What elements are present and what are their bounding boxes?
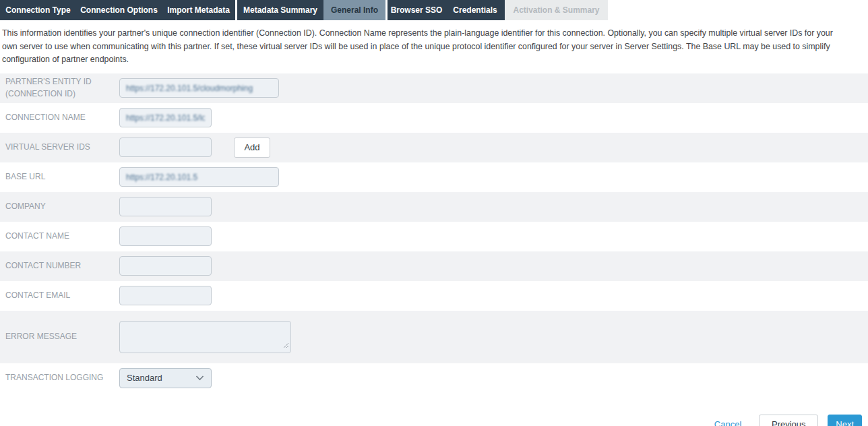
field-label: CONTACT NUMBER bbox=[0, 260, 119, 272]
field-label: CONNECTION NAME bbox=[0, 112, 119, 123]
transaction-logging-select[interactable]: Standard bbox=[119, 368, 212, 388]
redacted-value: https://172.20.101.5 bbox=[126, 173, 197, 182]
partner-entity-id-input[interactable]: https://172.20.101.5/cloudmorphing bbox=[119, 78, 279, 98]
company-input[interactable] bbox=[119, 197, 212, 216]
field-label: BASE URL bbox=[0, 171, 119, 183]
page-description: This information identifies your partner… bbox=[0, 20, 868, 73]
row-contact-name: CONTACT NAME bbox=[0, 222, 868, 251]
tab-connection-type[interactable]: Connection Type bbox=[0, 0, 76, 20]
redacted-value: https://172.20.101.5/local bbox=[126, 113, 205, 123]
row-virtual-server-ids: VIRTUAL SERVER IDS Add bbox=[0, 133, 868, 162]
connection-name-input[interactable]: https://172.20.101.5/local bbox=[119, 108, 212, 127]
row-contact-number: CONTACT NUMBER bbox=[0, 251, 868, 281]
row-error-message: ERROR MESSAGE bbox=[0, 311, 868, 363]
tab-activation-summary: Activation & Summary bbox=[505, 0, 608, 20]
row-connection-name: CONNECTION NAME https://172.20.101.5/loc… bbox=[0, 103, 868, 133]
redacted-value: https://172.20.101.5/cloudmorphing bbox=[126, 84, 253, 93]
general-info-form: PARTNER'S ENTITY ID (CONNECTION ID) http… bbox=[0, 73, 868, 393]
contact-number-input[interactable] bbox=[119, 256, 212, 276]
row-base-url: BASE URL https://172.20.101.5 bbox=[0, 162, 868, 192]
field-label: TRANSACTION LOGGING bbox=[0, 372, 119, 384]
field-label: CONTACT EMAIL bbox=[0, 290, 119, 301]
base-url-input[interactable]: https://172.20.101.5 bbox=[119, 167, 279, 187]
resize-handle-icon[interactable] bbox=[283, 339, 289, 351]
row-partner-entity-id: PARTNER'S ENTITY ID (CONNECTION ID) http… bbox=[0, 73, 868, 103]
row-company: COMPANY bbox=[0, 192, 868, 222]
tab-metadata-summary[interactable]: Metadata Summary bbox=[237, 0, 323, 20]
contact-name-input[interactable] bbox=[119, 226, 212, 246]
next-button[interactable]: Next bbox=[828, 415, 862, 426]
previous-button[interactable]: Previous bbox=[759, 415, 818, 426]
chevron-down-icon bbox=[195, 375, 204, 381]
virtual-server-ids-input[interactable] bbox=[119, 138, 212, 157]
field-label: CONTACT NAME bbox=[0, 231, 119, 242]
field-label: ERROR MESSAGE bbox=[0, 331, 119, 342]
tab-connection-options[interactable]: Connection Options bbox=[76, 0, 162, 20]
error-message-textarea[interactable] bbox=[119, 321, 291, 353]
tab-credentials[interactable]: Credentials bbox=[445, 0, 505, 20]
add-button[interactable]: Add bbox=[234, 138, 270, 158]
wizard-tab-bar: Connection Type Connection Options Impor… bbox=[0, 0, 868, 20]
wizard-footer: Cancel Previous Next bbox=[0, 415, 868, 426]
contact-email-input[interactable] bbox=[119, 286, 212, 305]
cancel-link[interactable]: Cancel bbox=[714, 419, 741, 426]
tab-general-info[interactable]: General Info bbox=[323, 0, 385, 20]
tab-browser-sso[interactable]: Browser SSO bbox=[388, 0, 445, 20]
field-label: VIRTUAL SERVER IDS bbox=[0, 142, 119, 153]
tab-import-metadata[interactable]: Import Metadata bbox=[162, 0, 235, 20]
field-label: PARTNER'S ENTITY ID (CONNECTION ID) bbox=[0, 76, 119, 100]
selected-option: Standard bbox=[127, 373, 162, 383]
row-contact-email: CONTACT EMAIL bbox=[0, 281, 868, 311]
field-label: COMPANY bbox=[0, 201, 119, 212]
row-transaction-logging: TRANSACTION LOGGING Standard bbox=[0, 363, 868, 393]
